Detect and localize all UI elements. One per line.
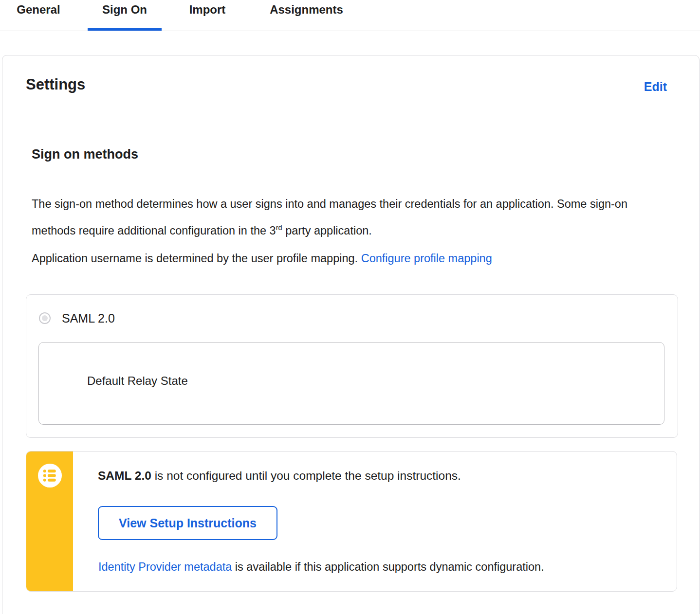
edit-link[interactable]: Edit [644, 80, 667, 94]
list-icon [38, 464, 62, 488]
tab-sign-on[interactable]: Sign On [88, 0, 162, 30]
saml-option-box: SAML 2.0 Default Relay State [26, 294, 678, 438]
callout-message-bold: SAML 2.0 [98, 469, 151, 482]
username-mapping-text: Application username is determined by th… [32, 252, 492, 265]
sign-on-methods-heading: Sign on methods [32, 147, 138, 162]
ordinal-superscript: rd [276, 224, 282, 232]
mapping-text: Application username is determined by th… [32, 252, 361, 265]
callout-message-rest: is not configured until you complete the… [151, 469, 461, 482]
identity-provider-metadata-link[interactable]: Identity Provider metadata [98, 560, 232, 573]
page-title: Settings [26, 76, 85, 93]
callout-message: SAML 2.0 is not configured until you com… [98, 469, 667, 483]
saml-not-configured-callout: SAML 2.0 is not configured until you com… [26, 451, 677, 592]
tab-bar: General Sign On Import Assignments [0, 0, 700, 31]
callout-warning-strip [26, 451, 73, 591]
description-text-end: party application. [282, 224, 372, 237]
sign-on-description: The sign-on method determines how a user… [32, 192, 640, 243]
view-setup-instructions-button[interactable]: View Setup Instructions [98, 506, 277, 540]
saml-settings-fieldset: Default Relay State [38, 342, 664, 425]
configure-profile-mapping-link[interactable]: Configure profile mapping [361, 252, 492, 265]
saml-radio-button[interactable] [39, 312, 51, 324]
settings-card: Settings Edit Sign on methods The sign-o… [2, 55, 700, 614]
tab-assignments[interactable]: Assignments [254, 0, 359, 30]
tab-import[interactable]: Import [174, 0, 240, 30]
tab-general[interactable]: General [2, 0, 74, 30]
metadata-line: Identity Provider metadata is available … [98, 560, 667, 574]
metadata-line-rest: is available if this application support… [232, 560, 544, 573]
default-relay-state-label: Default Relay State [87, 374, 188, 388]
settings-header: Settings Edit [26, 76, 667, 94]
radio-dot [42, 315, 48, 321]
saml-radio-label: SAML 2.0 [62, 311, 115, 325]
